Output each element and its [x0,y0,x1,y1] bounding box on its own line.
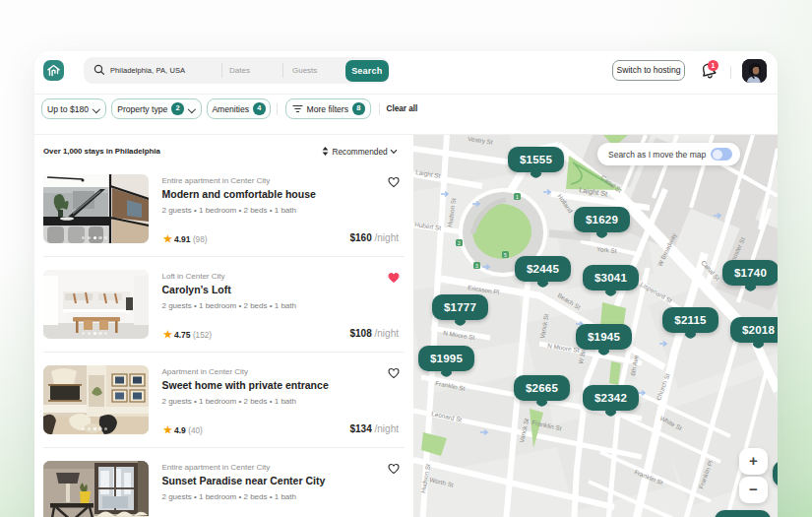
svg-text:5: 5 [504,252,507,258]
svg-text:2: 2 [458,240,461,246]
svg-text:3: 3 [475,263,478,269]
svg-text:1: 1 [516,194,519,200]
